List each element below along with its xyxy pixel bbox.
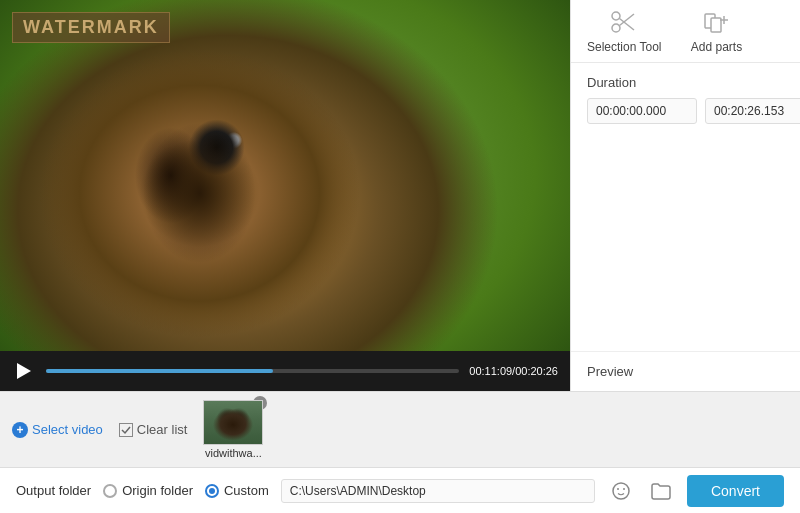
duration-fields: [587, 98, 800, 124]
svg-point-9: [617, 488, 619, 490]
svg-point-8: [613, 483, 629, 499]
selection-tool-label: Selection Tool: [587, 40, 662, 54]
progress-fill: [46, 369, 273, 373]
selection-tool-button[interactable]: Selection Tool: [587, 8, 662, 54]
custom-folder-label: Custom: [224, 483, 269, 498]
clear-list-label: Clear list: [137, 422, 188, 437]
output-bar: Output folder Origin folder Custom Conve…: [0, 467, 800, 513]
add-circle-icon: +: [12, 422, 28, 438]
origin-folder-radio[interactable]: [103, 484, 117, 498]
custom-folder-option[interactable]: Custom: [205, 483, 269, 498]
time-display: 00:11:09/00:20:26: [469, 365, 558, 377]
thumbnail-image: [203, 400, 263, 445]
folder-icon-button[interactable]: [647, 477, 675, 505]
duration-label: Duration: [587, 75, 800, 90]
video-container: WATERMARK: [0, 0, 570, 351]
clear-list-button[interactable]: Clear list: [119, 422, 188, 437]
progress-bar[interactable]: [46, 369, 459, 373]
toolbar-row: Selection Tool Add parts: [571, 0, 800, 63]
svg-rect-5: [711, 18, 721, 32]
convert-button[interactable]: Convert: [687, 475, 784, 507]
checkbox-icon: [119, 423, 133, 437]
video-panel: WATERMARK 00:11:09/00:20:26: [0, 0, 570, 391]
thumbnail-item[interactable]: ✕ vidwithwa...: [203, 400, 263, 459]
preview-label: Preview: [587, 364, 800, 379]
select-video-button[interactable]: + Select video: [12, 422, 103, 438]
right-panel: Selection Tool Add parts Duration: [570, 0, 800, 391]
thumbnail-label: vidwithwa...: [205, 447, 262, 459]
origin-folder-option[interactable]: Origin folder: [103, 483, 193, 498]
output-folder-label: Output folder: [16, 483, 91, 498]
add-parts-icon: [701, 8, 733, 36]
origin-folder-label: Origin folder: [122, 483, 193, 498]
play-icon: [17, 363, 31, 379]
video-frame: [0, 0, 570, 351]
svg-point-1: [612, 12, 620, 20]
output-path-input[interactable]: [281, 479, 595, 503]
emoji-icon-button[interactable]: [607, 477, 635, 505]
video-controls: 00:11:09/00:20:26: [0, 351, 570, 391]
selection-tool-icon: [608, 8, 640, 36]
video-placeholder: [0, 0, 570, 351]
play-button[interactable]: [12, 359, 36, 383]
thumbnail-bear-img: [204, 401, 262, 444]
duration-section: Duration: [571, 63, 800, 351]
preview-section: Preview: [571, 351, 800, 391]
add-parts-button[interactable]: Add parts: [682, 8, 752, 54]
start-time-input[interactable]: [587, 98, 697, 124]
svg-point-0: [612, 24, 620, 32]
watermark-overlay: WATERMARK: [12, 12, 170, 43]
end-time-input[interactable]: [705, 98, 800, 124]
media-bar: + Select video Clear list ✕ vidwithwa...: [0, 391, 800, 467]
add-parts-label: Add parts: [691, 40, 742, 54]
select-video-label: Select video: [32, 422, 103, 437]
custom-folder-radio[interactable]: [205, 484, 219, 498]
svg-point-10: [623, 488, 625, 490]
